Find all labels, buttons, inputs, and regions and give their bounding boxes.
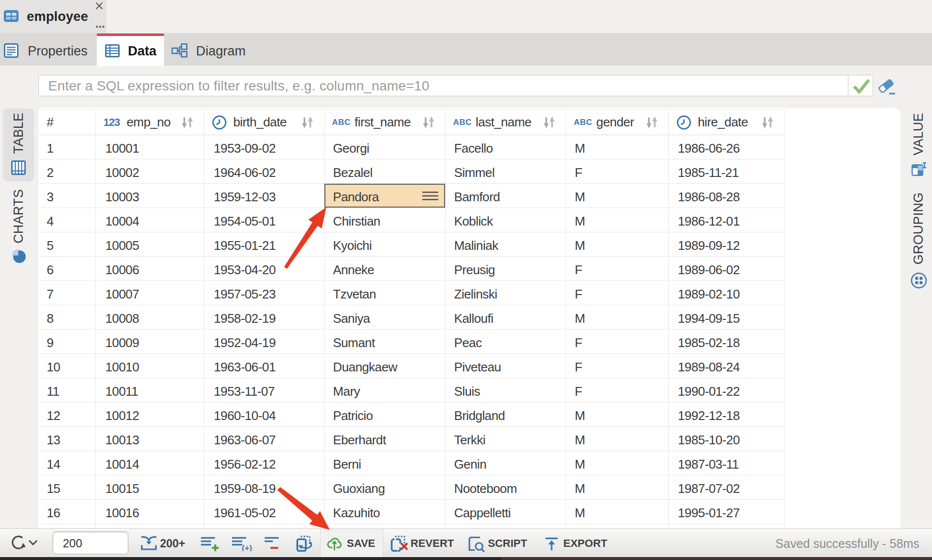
svg-text:(+): (+): [242, 543, 252, 551]
